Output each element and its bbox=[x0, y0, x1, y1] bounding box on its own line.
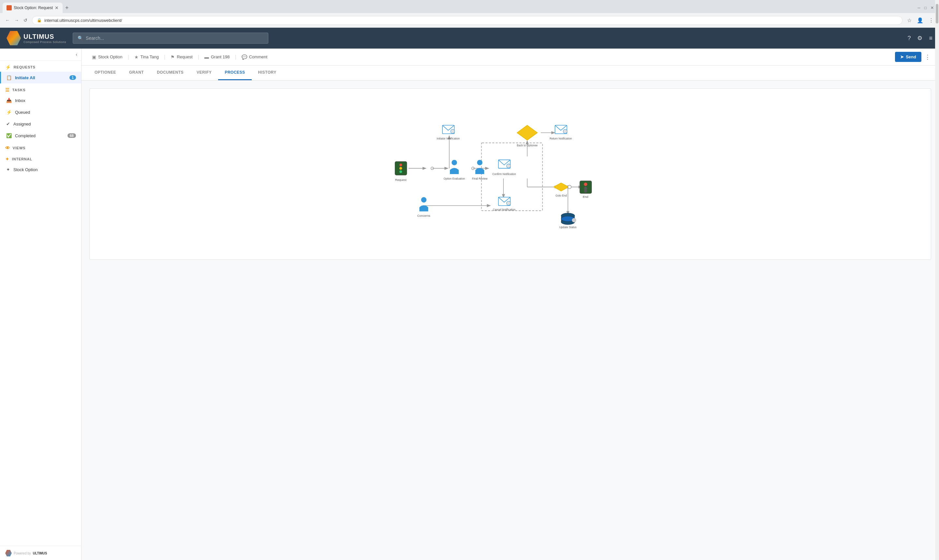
active-tab[interactable]: Stock Option: Request ✕ bbox=[3, 3, 63, 13]
search-input[interactable] bbox=[86, 35, 263, 41]
stock-option-pill[interactable]: ▣ Stock Option bbox=[88, 52, 126, 62]
favicon-icon bbox=[6, 5, 12, 11]
update-status-label: Update Status bbox=[559, 226, 576, 229]
brand-subtitle: Composed Process Solutions bbox=[23, 40, 66, 44]
tasks-label: TASKS bbox=[12, 88, 25, 92]
send-button[interactable]: ➤ Send bbox=[895, 52, 921, 62]
grant-198-pill[interactable]: ▬ Grant 198 bbox=[200, 52, 234, 62]
tab-optionee[interactable]: OPTIONEE bbox=[88, 66, 123, 80]
logo-text: ULTIMUS Composed Process Solutions bbox=[23, 33, 66, 44]
stock-option-label: Stock Option bbox=[13, 167, 37, 172]
url-bar[interactable]: 🔒 internal.ultimuscps.com/ultimuswebclie… bbox=[32, 16, 902, 25]
back-optionee-label: Back to Optionee bbox=[517, 144, 538, 147]
request-pill[interactable]: ⚑ Request bbox=[166, 52, 196, 62]
secondary-nav: ▣ Stock Option | ★ Tina Tang | ⚑ Request… bbox=[82, 49, 939, 66]
views-icon: 👁 bbox=[5, 145, 10, 151]
tab-close-button[interactable]: ✕ bbox=[55, 5, 59, 11]
url-text: internal.ultimuscps.com/ultimuswebclient… bbox=[44, 18, 122, 23]
sidebar-item-initiate-all[interactable]: 📋 Initiate All 1 bbox=[0, 72, 81, 83]
more-options-button[interactable]: ⋮ bbox=[923, 51, 933, 63]
tab-documents[interactable]: DOCUMENTS bbox=[150, 66, 190, 80]
address-bar: ← → ↺ 🔒 internal.ultimuscps.com/ultimusw… bbox=[0, 13, 939, 28]
completed-label: Completed bbox=[15, 133, 35, 138]
tab-grant[interactable]: GRANT bbox=[123, 66, 150, 80]
svg-point-20 bbox=[399, 171, 402, 173]
flag-icon: ⚑ bbox=[171, 54, 175, 60]
sidebar-item-completed[interactable]: ✅ Completed 68 bbox=[0, 130, 81, 142]
tab-title: Stock Option: Request bbox=[14, 6, 53, 10]
grant-icon: ▬ bbox=[205, 54, 209, 60]
stock-option-nav-label: Stock Option bbox=[98, 54, 122, 59]
app-container: ULTIMUS Composed Process Solutions 🔍 ? ⚙… bbox=[0, 28, 939, 560]
svg-point-24 bbox=[506, 164, 511, 168]
back-button[interactable]: ← bbox=[4, 16, 11, 24]
assigned-icon: ✔ bbox=[6, 121, 10, 126]
scrollbar-track[interactable] bbox=[935, 49, 939, 560]
svg-point-21 bbox=[451, 160, 457, 165]
internal-icon: ✦ bbox=[5, 157, 9, 162]
search-bar[interactable]: 🔍 bbox=[73, 32, 268, 44]
sidebar-item-stock-option[interactable]: ✦ Stock Option bbox=[0, 164, 81, 175]
bookmark-button[interactable]: ☆ bbox=[906, 16, 913, 25]
settings-button[interactable]: ⚙ bbox=[917, 35, 922, 42]
option-eval-label: Option Evaluation bbox=[444, 177, 465, 180]
svg-point-33 bbox=[584, 183, 587, 186]
profile-button[interactable]: 👤 bbox=[916, 16, 925, 25]
help-button[interactable]: ? bbox=[907, 35, 911, 42]
logo-area: ULTIMUS Composed Process Solutions bbox=[6, 31, 66, 45]
concerns-label: Concerns bbox=[417, 214, 430, 217]
maximize-button[interactable]: □ bbox=[924, 6, 927, 10]
refresh-button[interactable]: ↺ bbox=[22, 16, 29, 24]
new-tab-button[interactable]: + bbox=[63, 3, 71, 13]
close-window-button[interactable]: ✕ bbox=[931, 6, 934, 10]
grant-198-label: Grant 198 bbox=[211, 54, 230, 59]
initiator-notif-label: Initiator Notification bbox=[437, 137, 460, 140]
minimize-button[interactable]: ─ bbox=[917, 6, 921, 10]
requests-label: REQUESTS bbox=[14, 65, 35, 69]
nav-buttons: ← → ↺ bbox=[4, 16, 29, 24]
collapse-sidebar-button[interactable]: ‹ bbox=[75, 52, 77, 57]
browser-menu-button[interactable]: ⋮ bbox=[927, 16, 935, 25]
powered-by-logo bbox=[5, 550, 12, 556]
queued-icon: ⚡ bbox=[6, 109, 12, 115]
comment-label: Comment bbox=[249, 54, 267, 59]
ultimus-footer-brand: ULTIMUS bbox=[33, 552, 47, 555]
svg-point-38 bbox=[421, 197, 426, 203]
search-icon: 🔍 bbox=[78, 35, 83, 41]
completed-icon: ✅ bbox=[6, 133, 12, 138]
inbox-icon: 📥 bbox=[6, 98, 12, 103]
tina-tang-pill[interactable]: ★ Tina Tang bbox=[131, 52, 163, 62]
sidebar-collapse: ‹ bbox=[0, 49, 81, 61]
top-nav: ULTIMUS Composed Process Solutions 🔍 ? ⚙… bbox=[0, 28, 939, 49]
main-layout: ‹ ⚡ REQUESTS 📋 Initiate All 1 ☰ TASKS 📥 … bbox=[0, 49, 939, 560]
svg-point-29 bbox=[563, 129, 567, 133]
views-section-label: 👁 VIEWS bbox=[0, 142, 81, 152]
sidebar-item-inbox[interactable]: 📥 Inbox bbox=[0, 95, 81, 106]
svg-point-26 bbox=[451, 129, 454, 133]
svg-point-31 bbox=[568, 185, 571, 188]
tab-process[interactable]: PROCESS bbox=[218, 66, 251, 80]
tab-nav: OPTIONEE GRANT DOCUMENTS VERIFY PROCESS … bbox=[82, 66, 939, 80]
diagram-canvas: Request Option Evaluation Final Review bbox=[89, 88, 931, 260]
views-label: VIEWS bbox=[13, 146, 25, 150]
browser-actions: ☆ 👤 ⋮ bbox=[906, 16, 935, 25]
svg-point-19 bbox=[399, 167, 402, 169]
send-icon: ➤ bbox=[900, 54, 904, 59]
tab-history[interactable]: HISTORY bbox=[252, 66, 283, 80]
sidebar-item-queued[interactable]: ⚡ Queued bbox=[0, 106, 81, 118]
sidebar: ‹ ⚡ REQUESTS 📋 Initiate All 1 ☰ TASKS 📥 … bbox=[0, 49, 82, 560]
tab-bar: Stock Option: Request ✕ + ─ □ ✕ bbox=[0, 0, 939, 13]
tab-verify[interactable]: VERIFY bbox=[190, 66, 218, 80]
sidebar-item-assigned[interactable]: ✔ Assigned bbox=[0, 118, 81, 130]
window-controls: ─ □ ✕ bbox=[917, 6, 936, 10]
svg-marker-27 bbox=[517, 125, 537, 140]
browser-chrome: Stock Option: Request ✕ + ─ □ ✕ ← → ↺ 🔒 … bbox=[0, 0, 939, 28]
stock-option-icon: ✦ bbox=[6, 167, 10, 172]
forward-button[interactable]: → bbox=[13, 16, 20, 24]
tasks-section-label: ☰ TASKS bbox=[0, 83, 81, 95]
menu-button[interactable]: ≡ bbox=[929, 35, 933, 42]
comment-pill[interactable]: 💬 Comment bbox=[238, 52, 271, 62]
comment-icon: 💬 bbox=[242, 54, 247, 60]
requests-section-label: ⚡ REQUESTS bbox=[0, 61, 81, 72]
nav-divider-3: | bbox=[198, 54, 199, 60]
